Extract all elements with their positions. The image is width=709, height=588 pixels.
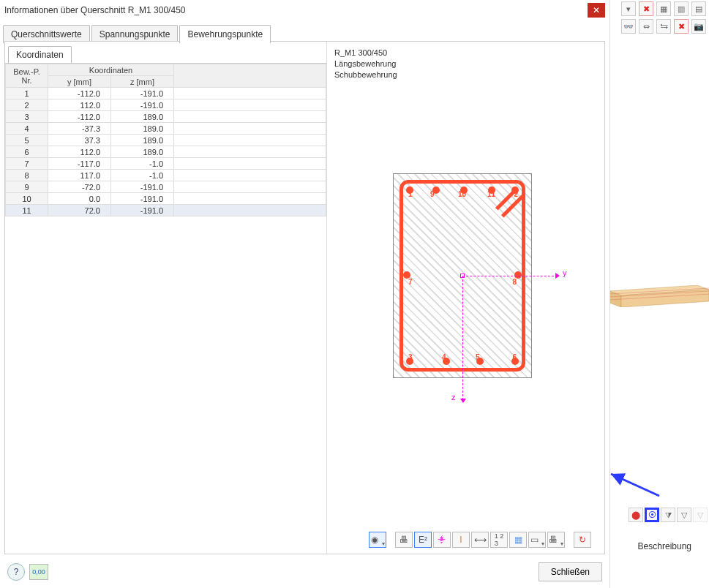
beam-3d-preview <box>609 285 709 307</box>
units-icon[interactable]: 0,00 <box>29 564 48 580</box>
cross-section-diagram: 1 9 10 11 2 7 8 3 4 5 6 y z <box>378 173 583 451</box>
fill-icon[interactable]: ▭ <box>528 532 546 548</box>
result-toolbar: ⬤ ⦿ ⧩ ▽ ▽ <box>629 508 708 522</box>
rebar-coordinates-table: Bew.-P. Nr. Koordinaten y [mm] z [mm] 1-… <box>5 64 326 216</box>
th-y: y [mm] <box>48 76 111 88</box>
rebar-label: 9 <box>430 190 435 198</box>
table-row[interactable]: 9-72.0-191.0 <box>6 181 326 193</box>
mirror-icon[interactable]: ⮀ <box>656 19 671 34</box>
link-icon[interactable]: ⇔ <box>639 19 653 34</box>
show-reinforcement-icon[interactable]: ⦿ <box>645 508 659 522</box>
dropdown-icon[interactable]: ▾ <box>621 1 636 16</box>
close-icon[interactable]: ✕ <box>588 3 605 18</box>
preview-title: R_M1 300/450 <box>334 48 597 59</box>
axis-y-label: y <box>563 268 567 277</box>
rebar-label: 10 <box>458 190 466 198</box>
dimensions-icon[interactable]: ⟷ <box>471 532 489 548</box>
rebar-label: 7 <box>408 278 413 286</box>
table-row[interactable]: 537.3189.0 <box>6 135 326 146</box>
dialog-footer: ? 0,00 Schließen <box>0 556 609 588</box>
close-button[interactable]: Schließen <box>539 562 602 581</box>
view-front-icon[interactable]: ▤ <box>691 1 706 16</box>
titlebar: Informationen über Querschnitt R_M1 300/… <box>0 0 609 20</box>
filter3-icon[interactable]: ▽ <box>693 508 708 522</box>
tab-bewehrungspunkte[interactable]: Bewehrungspunkte <box>179 25 271 43</box>
filter1-icon[interactable]: ⧩ <box>661 508 675 522</box>
print-icon[interactable]: 🖶 <box>395 532 413 548</box>
subtab-koordinaten[interactable]: Koordinaten <box>8 46 72 63</box>
th-nr: Bew.-P. Nr. <box>6 64 48 88</box>
table-row[interactable]: 3-112.0189.0 <box>6 111 326 123</box>
th-z: z [mm] <box>111 76 174 88</box>
section-shape-icon[interactable]: I <box>452 532 470 548</box>
dialog-title: Informationen über Querschnitt R_M1 300/… <box>4 5 588 15</box>
help-icon[interactable]: ? <box>7 563 25 581</box>
rebar-label: 6 <box>512 353 517 361</box>
preview-pane: R_M1 300/450 Längsbewehrung Schubbewehru… <box>327 42 604 554</box>
axes-icon[interactable]: ⸎ <box>433 532 451 548</box>
stress-points-icon[interactable]: ◉ <box>369 532 386 548</box>
delete-view-icon[interactable]: ✖ <box>639 1 653 16</box>
main-app-background: ▾ ✖ ▦ ▥ ▤ 👓 ⇔ ⮀ ✖ 📷 ⬤ ⦿ ⧩ ▽ ▽ Beschreibu… <box>609 0 709 588</box>
th-coord-group: Koordinaten <box>48 64 174 76</box>
rebar-label: 3 <box>408 353 413 361</box>
rebar-label: 8 <box>512 278 517 286</box>
preview-long-reinf: Längsbewehrung <box>334 59 597 69</box>
rebar-label: 1 <box>408 190 413 198</box>
main-tabbar: Querschnittswerte Spannungspunkte Bewehr… <box>0 20 609 43</box>
grid-icon[interactable]: ▦ <box>509 532 527 548</box>
table-row[interactable]: 4-37.3189.0 <box>6 123 326 135</box>
description-label: Beschreibung <box>638 541 691 551</box>
cross-section-dialog: Informationen über Querschnitt R_M1 300/… <box>0 0 610 588</box>
axis-z-label: z <box>451 393 456 402</box>
show-values-icon[interactable]: E² <box>414 532 432 548</box>
svg-line-6 <box>611 474 659 496</box>
view-top-icon[interactable]: ▥ <box>674 1 689 16</box>
th-empty <box>174 64 326 88</box>
preview-shear-reinf: Schubbewehrung <box>334 69 597 80</box>
colors-icon[interactable]: ⬤ <box>629 508 643 522</box>
print-graphic-icon[interactable]: 🖶 <box>547 532 565 548</box>
table-row[interactable]: 1-112.0-191.0 <box>6 88 326 99</box>
left-pane: Koordinaten Bew.-P. Nr. Koordinaten y [m… <box>5 42 327 554</box>
refresh-icon[interactable]: ↻ <box>574 532 591 548</box>
table-row[interactable]: 1172.0-191.0 <box>6 205 326 216</box>
table-row[interactable]: 7-117.0-1.0 <box>6 158 326 170</box>
delete-icon[interactable]: ✖ <box>674 19 689 34</box>
rebar-label: 11 <box>487 190 495 198</box>
table-row[interactable]: 100.0-191.0 <box>6 193 326 205</box>
numbers-icon[interactable]: 1 23 <box>490 532 508 548</box>
rebar-label: 2 <box>514 190 518 198</box>
table-row[interactable]: 8117.0-1.0 <box>6 170 326 181</box>
filter2-icon[interactable]: ▽ <box>677 508 691 522</box>
annotation-arrow <box>607 471 665 500</box>
glasses-icon[interactable]: 👓 <box>621 19 636 34</box>
table-row[interactable]: 2112.0-191.0 <box>6 99 326 111</box>
rebar-label: 5 <box>476 353 480 361</box>
rebar-label: 4 <box>442 353 446 361</box>
view-iso-icon[interactable]: ▦ <box>656 1 671 16</box>
table-row[interactable]: 6112.0189.0 <box>6 146 326 158</box>
camera-icon[interactable]: 📷 <box>691 19 706 34</box>
graphics-toolbar: ◉ 🖶 E² ⸎ I ⟷ 1 23 ▦ ▭ 🖶 ↻ <box>369 532 591 548</box>
